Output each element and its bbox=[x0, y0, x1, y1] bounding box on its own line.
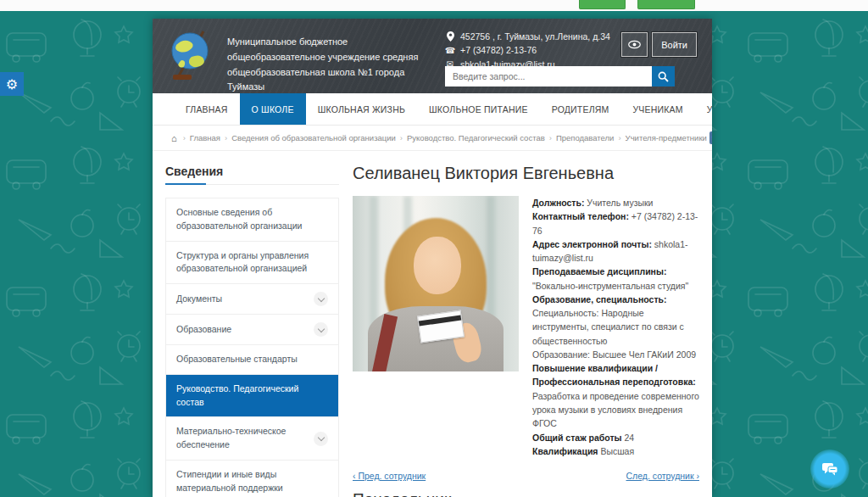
sidebar-title: Сведения bbox=[165, 159, 339, 185]
sidebar-item[interactable]: Стипендии и иные виды материальной подде… bbox=[166, 461, 338, 497]
sidebar: Сведения Основные сведения об образовате… bbox=[165, 159, 339, 497]
sidebar-item[interactable]: Руководство. Педагогический состав bbox=[166, 375, 338, 418]
sidebar-item-label: Материально-техническое обеспечение bbox=[176, 425, 307, 452]
next-employee-link[interactable]: След. сотрудник › bbox=[626, 471, 700, 481]
nav-item[interactable]: ГЛАВНАЯ bbox=[174, 93, 240, 125]
chevron-down-icon[interactable] bbox=[314, 322, 328, 337]
top-green-button-2[interactable] bbox=[637, 0, 695, 9]
field-value: "Вокально-инструментальная студия" bbox=[532, 281, 688, 291]
breadcrumb-link[interactable]: Преподаватели bbox=[556, 133, 615, 142]
sidebar-item-label: Руководство. Педагогический состав bbox=[176, 383, 328, 410]
sidebar-menu: Основные сведения об образовательной орг… bbox=[165, 198, 339, 497]
nav-item[interactable]: ШКОЛЬНОЕ ПИТАНИЕ bbox=[417, 93, 540, 125]
sidebar-item-label: Структура и органы управления образовате… bbox=[176, 249, 328, 276]
prev-employee-link[interactable]: ‹ Пред. сотрудник bbox=[353, 471, 426, 481]
globe-logo[interactable] bbox=[166, 28, 215, 82]
search-input[interactable] bbox=[445, 66, 652, 87]
gear-icon: ⚙ bbox=[6, 76, 18, 92]
sidebar-item[interactable]: Основные сведения об образовательной орг… bbox=[166, 198, 338, 242]
profile-field: Образование, специальность: Специальност… bbox=[532, 293, 699, 361]
teacher-photo bbox=[353, 196, 519, 371]
field-label: Образование, специальность: bbox=[532, 294, 666, 304]
phone-row: ☎ +7 (34782) 2-13-76 bbox=[445, 43, 610, 57]
visually-impaired-version-button[interactable] bbox=[621, 32, 648, 57]
field-label: Общий стаж работы bbox=[532, 433, 622, 443]
nav-item[interactable]: О ШКОЛЕ bbox=[240, 93, 306, 125]
breadcrumb-link[interactable]: Руководство. Педагогический состав bbox=[407, 133, 545, 142]
header-contact-block: 452756 , г. Туймазы, ул.Ленина, д.34 ☎ +… bbox=[445, 30, 610, 71]
main-nav: ГЛАВНАЯ О ШКОЛЕ ШКОЛЬНАЯ ЖИЗНЬ ШКОЛЬНОЕ … bbox=[153, 93, 712, 126]
chat-button[interactable] bbox=[810, 450, 849, 489]
profile-field: Повышение квалификации / Профессиональна… bbox=[532, 361, 699, 430]
profile-field: Общий стаж работы 24 bbox=[532, 431, 699, 444]
schedule-day-title: Понедельник bbox=[353, 490, 699, 497]
field-label: Должность: bbox=[532, 198, 584, 208]
sidebar-item-label: Основные сведения об образовательной орг… bbox=[176, 206, 328, 233]
field-label: Преподаваемые дисциплины: bbox=[532, 266, 666, 276]
address-text: 452756 , г. Туймазы, ул.Ленина, д.34 bbox=[460, 30, 610, 43]
teacher-details: Должность: Учитель музыки Контактный тел… bbox=[532, 196, 699, 458]
sidebar-item[interactable]: Материально-техническое обеспечение bbox=[166, 417, 338, 461]
sidebar-item[interactable]: Структура и органы управления образовате… bbox=[166, 242, 338, 285]
main-content: Селиванец Виктория Евгеньевна Долж bbox=[339, 159, 699, 497]
employee-pager: ‹ Пред. сотрудник След. сотрудник › bbox=[353, 471, 699, 481]
breadcrumb-separator: › bbox=[400, 133, 403, 142]
address-row: 452756 , г. Туймазы, ул.Ленина, д.34 bbox=[445, 30, 610, 43]
nav-item[interactable]: УЧЕНИКАМ bbox=[620, 93, 694, 125]
chevron-down-icon[interactable] bbox=[314, 292, 328, 306]
nav-item[interactable]: ШКОЛЬНАЯ ЖИЗНЬ bbox=[306, 93, 417, 125]
sidebar-item[interactable]: Образование bbox=[166, 315, 338, 345]
field-value: Специальность: Народные инструменты, спе… bbox=[532, 308, 696, 360]
search-button[interactable] bbox=[652, 66, 675, 87]
breadcrumb-link[interactable]: Главная bbox=[190, 133, 220, 142]
phone-text: +7 (34782) 2-13-76 bbox=[460, 43, 537, 57]
field-value: Высшая bbox=[600, 446, 634, 456]
sidebar-item-label: Образовательные стандарты bbox=[176, 353, 298, 366]
profile-field: Адрес электронной почты: shkola1-tuimazy… bbox=[532, 237, 699, 265]
sidebar-item-label: Документы bbox=[176, 293, 222, 306]
eye-icon bbox=[628, 40, 641, 49]
social-icon[interactable]: vk bbox=[709, 131, 712, 144]
sidebar-item[interactable]: Образовательные стандарты bbox=[166, 345, 338, 375]
profile-field: Преподаваемые дисциплины: "Вокально-инст… bbox=[532, 265, 699, 293]
sidebar-item-label: Образование bbox=[176, 323, 231, 337]
profile-field: Контактный телефон: +7 (34782) 2-13-76 bbox=[532, 209, 699, 237]
breadcrumb-row: ⌂ ›Главная ›Сведения об образовательной … bbox=[153, 126, 712, 151]
nav-item[interactable]: УЧИТЕЛЯМ bbox=[695, 93, 712, 125]
sidebar-item-label: Стипендии и иные виды материальной подде… bbox=[176, 468, 328, 495]
page-container: Муниципальное бюджетное общеобразователь… bbox=[153, 19, 712, 497]
chevron-down-icon[interactable] bbox=[314, 432, 328, 446]
breadcrumb-separator: › bbox=[549, 133, 552, 142]
login-button[interactable]: Войти bbox=[652, 32, 697, 57]
teacher-name-title: Селиванец Виктория Евгеньевна bbox=[353, 164, 699, 183]
top-green-button-1[interactable] bbox=[579, 0, 626, 9]
search-icon bbox=[658, 71, 669, 82]
profile-field: Квалификация Высшая bbox=[532, 444, 699, 458]
field-label: Контактный телефон: bbox=[532, 211, 629, 221]
field-value: Учитель музыки bbox=[587, 198, 653, 208]
profile-field: Должность: Учитель музыки bbox=[532, 196, 699, 209]
accessibility-gear-button[interactable]: ⚙ bbox=[0, 72, 24, 96]
field-label: Адрес электронной почты: bbox=[532, 239, 652, 249]
browser-top-strip bbox=[0, 0, 868, 11]
breadcrumb: ⌂ ›Главная ›Сведения об образовательной … bbox=[171, 133, 707, 143]
home-icon[interactable]: ⌂ bbox=[171, 133, 177, 143]
breadcrumb-link[interactable]: Учителя-предметники bbox=[626, 133, 707, 142]
sidebar-item[interactable]: Документы bbox=[166, 284, 338, 315]
nav-item[interactable]: РОДИТЕЛЯМ bbox=[540, 93, 621, 125]
location-pin-icon bbox=[445, 31, 455, 42]
chat-bubbles-icon bbox=[821, 462, 838, 476]
field-value: Разработка и проведение современного уро… bbox=[532, 391, 699, 429]
school-name: Муниципальное бюджетное общеобразователь… bbox=[227, 35, 441, 95]
field-value: 24 bbox=[624, 433, 634, 443]
field-label: Повышение квалификации / Профессиональна… bbox=[532, 363, 696, 387]
phone-icon: ☎ bbox=[445, 44, 455, 58]
breadcrumb-separator: › bbox=[225, 133, 227, 142]
breadcrumb-separator: › bbox=[183, 133, 186, 142]
site-header: Муниципальное бюджетное общеобразователь… bbox=[153, 19, 712, 93]
field-label: Квалификация bbox=[532, 446, 598, 456]
social-icons: vk f t ok bbox=[707, 131, 712, 144]
breadcrumb-link[interactable]: Сведения об образовательной организации bbox=[231, 133, 396, 142]
breadcrumb-separator: › bbox=[618, 133, 620, 142]
